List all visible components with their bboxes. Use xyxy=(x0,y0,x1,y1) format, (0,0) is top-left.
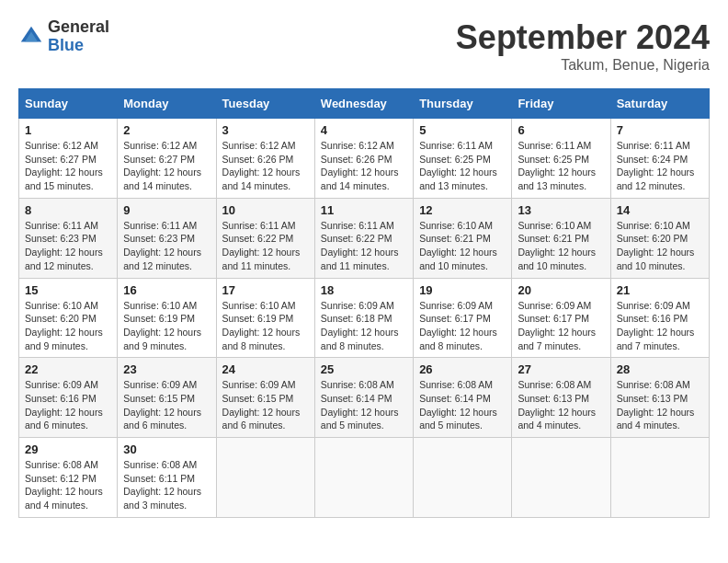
calendar-week-row: 8 Sunrise: 6:11 AM Sunset: 6:23 PM Dayli… xyxy=(19,198,710,278)
calendar-day-cell: 7 Sunrise: 6:11 AM Sunset: 6:24 PM Dayli… xyxy=(610,119,709,199)
day-info: Sunrise: 6:11 AM Sunset: 6:25 PM Dayligh… xyxy=(419,139,506,193)
day-info: Sunrise: 6:09 AM Sunset: 6:18 PM Dayligh… xyxy=(321,299,407,353)
day-number: 20 xyxy=(518,283,604,297)
day-info: Sunrise: 6:12 AM Sunset: 6:26 PM Dayligh… xyxy=(222,139,309,193)
day-info: Sunrise: 6:09 AM Sunset: 6:17 PM Dayligh… xyxy=(419,299,506,353)
day-info: Sunrise: 6:08 AM Sunset: 6:13 PM Dayligh… xyxy=(518,378,604,432)
day-number: 24 xyxy=(222,362,309,376)
calendar-day-cell: 25 Sunrise: 6:08 AM Sunset: 6:14 PM Dayl… xyxy=(314,358,413,438)
day-number: 22 xyxy=(25,362,111,376)
calendar-day-cell: 23 Sunrise: 6:09 AM Sunset: 6:15 PM Dayl… xyxy=(118,358,216,438)
day-number: 12 xyxy=(419,203,506,217)
page-header: General Blue September 2024 Takum, Benue… xyxy=(18,18,710,74)
day-info: Sunrise: 6:10 AM Sunset: 6:20 PM Dayligh… xyxy=(25,299,111,353)
calendar-day-cell: 12 Sunrise: 6:10 AM Sunset: 6:21 PM Dayl… xyxy=(414,198,512,278)
day-number: 7 xyxy=(617,123,703,137)
calendar-day-cell: 8 Sunrise: 6:11 AM Sunset: 6:23 PM Dayli… xyxy=(19,198,118,278)
day-info: Sunrise: 6:08 AM Sunset: 6:14 PM Dayligh… xyxy=(321,378,407,432)
calendar-day-cell: 2 Sunrise: 6:12 AM Sunset: 6:27 PM Dayli… xyxy=(118,119,216,199)
day-number: 1 xyxy=(25,123,111,137)
day-number: 27 xyxy=(518,362,604,376)
calendar-day-cell: 18 Sunrise: 6:09 AM Sunset: 6:18 PM Dayl… xyxy=(314,278,413,358)
day-info: Sunrise: 6:09 AM Sunset: 6:15 PM Dayligh… xyxy=(123,378,210,432)
calendar-day-cell: 13 Sunrise: 6:10 AM Sunset: 6:21 PM Dayl… xyxy=(512,198,610,278)
calendar-day-cell: 26 Sunrise: 6:08 AM Sunset: 6:14 PM Dayl… xyxy=(414,358,512,438)
day-number: 18 xyxy=(321,283,407,297)
day-info: Sunrise: 6:11 AM Sunset: 6:23 PM Dayligh… xyxy=(123,219,210,273)
day-info: Sunrise: 6:10 AM Sunset: 6:19 PM Dayligh… xyxy=(123,299,210,353)
calendar-day-cell: 3 Sunrise: 6:12 AM Sunset: 6:26 PM Dayli… xyxy=(216,119,314,199)
logo-general-text: General xyxy=(48,18,109,37)
weekday-header: Monday xyxy=(118,89,216,119)
calendar-day-cell: 5 Sunrise: 6:11 AM Sunset: 6:25 PM Dayli… xyxy=(414,119,512,199)
calendar-day-cell: 19 Sunrise: 6:09 AM Sunset: 6:17 PM Dayl… xyxy=(414,278,512,358)
day-number: 10 xyxy=(222,203,309,217)
calendar-day-cell xyxy=(512,438,610,518)
calendar-table: SundayMondayTuesdayWednesdayThursdayFrid… xyxy=(18,88,710,518)
day-number: 13 xyxy=(518,203,604,217)
day-info: Sunrise: 6:09 AM Sunset: 6:17 PM Dayligh… xyxy=(518,299,604,353)
day-number: 6 xyxy=(518,123,604,137)
day-number: 15 xyxy=(25,283,111,297)
day-number: 23 xyxy=(123,362,210,376)
calendar-day-cell xyxy=(414,438,512,518)
calendar-day-cell: 21 Sunrise: 6:09 AM Sunset: 6:16 PM Dayl… xyxy=(610,278,709,358)
calendar-day-cell: 1 Sunrise: 6:12 AM Sunset: 6:27 PM Dayli… xyxy=(19,119,118,199)
calendar-day-cell: 17 Sunrise: 6:10 AM Sunset: 6:19 PM Dayl… xyxy=(216,278,314,358)
day-number: 26 xyxy=(419,362,506,376)
day-number: 21 xyxy=(617,283,703,297)
title-section: September 2024 Takum, Benue, Nigeria xyxy=(456,18,710,74)
day-number: 5 xyxy=(419,123,506,137)
weekday-header: Friday xyxy=(512,89,610,119)
logo-blue-text: Blue xyxy=(48,37,109,55)
calendar-day-cell: 20 Sunrise: 6:09 AM Sunset: 6:17 PM Dayl… xyxy=(512,278,610,358)
day-number: 8 xyxy=(25,203,111,217)
logo-icon xyxy=(18,24,44,50)
day-number: 4 xyxy=(321,123,407,137)
day-info: Sunrise: 6:11 AM Sunset: 6:23 PM Dayligh… xyxy=(25,219,111,273)
weekday-header: Tuesday xyxy=(216,89,314,119)
calendar-day-cell: 4 Sunrise: 6:12 AM Sunset: 6:26 PM Dayli… xyxy=(314,119,413,199)
day-info: Sunrise: 6:12 AM Sunset: 6:27 PM Dayligh… xyxy=(123,139,210,193)
day-number: 14 xyxy=(617,203,703,217)
calendar-week-row: 22 Sunrise: 6:09 AM Sunset: 6:16 PM Dayl… xyxy=(19,358,710,438)
day-info: Sunrise: 6:10 AM Sunset: 6:19 PM Dayligh… xyxy=(222,299,309,353)
calendar-day-cell xyxy=(314,438,413,518)
calendar-day-cell: 15 Sunrise: 6:10 AM Sunset: 6:20 PM Dayl… xyxy=(19,278,118,358)
month-title: September 2024 xyxy=(456,18,710,57)
calendar-day-cell: 30 Sunrise: 6:08 AM Sunset: 6:11 PM Dayl… xyxy=(118,438,216,518)
weekday-header: Saturday xyxy=(610,89,709,119)
day-number: 9 xyxy=(123,203,210,217)
weekday-header: Thursday xyxy=(414,89,512,119)
calendar-day-cell: 16 Sunrise: 6:10 AM Sunset: 6:19 PM Dayl… xyxy=(118,278,216,358)
day-number: 28 xyxy=(617,362,703,376)
calendar-day-cell xyxy=(216,438,314,518)
weekday-header: Wednesday xyxy=(314,89,413,119)
day-info: Sunrise: 6:10 AM Sunset: 6:21 PM Dayligh… xyxy=(518,219,604,273)
calendar-day-cell xyxy=(610,438,709,518)
calendar-day-cell: 27 Sunrise: 6:08 AM Sunset: 6:13 PM Dayl… xyxy=(512,358,610,438)
day-number: 25 xyxy=(321,362,407,376)
day-info: Sunrise: 6:08 AM Sunset: 6:11 PM Dayligh… xyxy=(123,458,210,512)
day-number: 19 xyxy=(419,283,506,297)
day-info: Sunrise: 6:11 AM Sunset: 6:24 PM Dayligh… xyxy=(617,139,703,193)
day-info: Sunrise: 6:08 AM Sunset: 6:14 PM Dayligh… xyxy=(419,378,506,432)
day-info: Sunrise: 6:08 AM Sunset: 6:13 PM Dayligh… xyxy=(617,378,703,432)
day-number: 17 xyxy=(222,283,309,297)
calendar-week-row: 15 Sunrise: 6:10 AM Sunset: 6:20 PM Dayl… xyxy=(19,278,710,358)
day-info: Sunrise: 6:11 AM Sunset: 6:22 PM Dayligh… xyxy=(321,219,407,273)
day-number: 16 xyxy=(123,283,210,297)
day-info: Sunrise: 6:09 AM Sunset: 6:15 PM Dayligh… xyxy=(222,378,309,432)
day-number: 30 xyxy=(123,442,210,456)
calendar-day-cell: 14 Sunrise: 6:10 AM Sunset: 6:20 PM Dayl… xyxy=(610,198,709,278)
day-number: 11 xyxy=(321,203,407,217)
calendar-day-cell: 9 Sunrise: 6:11 AM Sunset: 6:23 PM Dayli… xyxy=(118,198,216,278)
calendar-day-cell: 6 Sunrise: 6:11 AM Sunset: 6:25 PM Dayli… xyxy=(512,119,610,199)
location: Takum, Benue, Nigeria xyxy=(456,57,710,74)
calendar-day-cell: 10 Sunrise: 6:11 AM Sunset: 6:22 PM Dayl… xyxy=(216,198,314,278)
calendar-day-cell: 24 Sunrise: 6:09 AM Sunset: 6:15 PM Dayl… xyxy=(216,358,314,438)
day-info: Sunrise: 6:09 AM Sunset: 6:16 PM Dayligh… xyxy=(617,299,703,353)
logo: General Blue xyxy=(18,18,109,55)
calendar-day-cell: 28 Sunrise: 6:08 AM Sunset: 6:13 PM Dayl… xyxy=(610,358,709,438)
day-info: Sunrise: 6:09 AM Sunset: 6:16 PM Dayligh… xyxy=(25,378,111,432)
